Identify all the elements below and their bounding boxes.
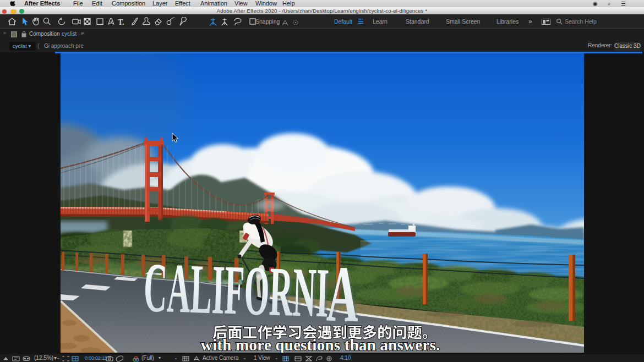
svg-text:with more questions than answe: with more questions than answers. xyxy=(201,336,440,353)
svg-text:T.: T. xyxy=(118,18,124,26)
svg-text:CALIFORNI: CALIFORNI xyxy=(143,248,330,332)
